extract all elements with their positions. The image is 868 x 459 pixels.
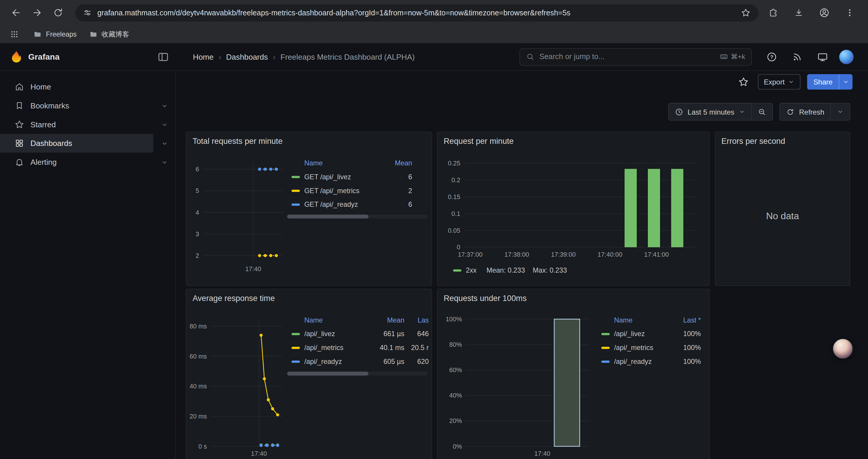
refresh-button[interactable]: Refresh	[780, 103, 831, 121]
expand-chevron-button[interactable]	[153, 134, 176, 153]
news-button[interactable]	[789, 49, 805, 64]
requests-under-100ms-chart[interactable]: 100%80%60%40%20%0%17:40	[440, 314, 593, 459]
legend-col-name[interactable]: Name	[304, 159, 379, 167]
zoom-out-button[interactable]	[752, 103, 773, 121]
bookmark-star-icon[interactable]	[741, 8, 751, 18]
legend-row[interactable]: /api/_metrics100%	[597, 340, 705, 355]
export-button[interactable]: Export	[758, 74, 801, 90]
panel-title[interactable]: Total requests per minute	[193, 137, 283, 145]
reload-button[interactable]	[49, 3, 68, 22]
breadcrumb-home[interactable]: Home	[193, 52, 214, 61]
legend-col-name[interactable]: Name	[304, 316, 370, 324]
legend-col-value[interactable]: Las	[404, 316, 429, 324]
breadcrumb-dashboards[interactable]: Dashboards	[226, 52, 268, 61]
legend-row[interactable]: /api/_readyz605 µs620	[287, 355, 430, 368]
address-bar[interactable]: grafana.mathmast.com/d/deytv4rwavabkb/fr…	[75, 4, 759, 21]
folder-icon	[33, 30, 42, 39]
legend-row[interactable]: /api/_livez100%	[597, 327, 705, 341]
legend-row[interactable]: /api/_metrics40.1 ms20.5 r	[287, 340, 430, 355]
apps-button[interactable]	[8, 28, 21, 41]
breadcrumb-separator: ›	[273, 52, 276, 61]
share-menu-button[interactable]	[839, 74, 852, 90]
refresh-icon	[786, 107, 795, 116]
total-requests-chart[interactable]: 6543217:40	[189, 157, 286, 276]
chevron-down-icon	[161, 158, 168, 165]
chevron-down-icon	[837, 108, 843, 115]
favorite-dashboard-button[interactable]	[736, 74, 751, 90]
sidebar-item-starred[interactable]: Starred	[0, 115, 176, 134]
legend-scrollbar[interactable]	[287, 215, 428, 219]
series-name[interactable]: /api/_metrics	[304, 344, 370, 352]
sidebar-item-bookmarks[interactable]: Bookmarks	[0, 96, 176, 115]
profile-button[interactable]	[815, 3, 834, 22]
svg-text:0.15: 0.15	[448, 193, 460, 201]
series-name[interactable]: /api/_livez	[614, 330, 669, 338]
brand-text[interactable]: Grafana	[28, 52, 59, 61]
sidebar-item-home[interactable]: Home	[0, 77, 176, 96]
series-name[interactable]: /api/_livez	[304, 330, 370, 338]
search-box[interactable]: ⌘+k	[519, 48, 752, 66]
panel-title[interactable]: Average response time	[193, 294, 275, 302]
series-name[interactable]: GET /api/_readyz	[304, 201, 379, 208]
panel-title[interactable]: Request per minute	[444, 137, 514, 145]
bookmark-item-freeleaps[interactable]: Freeleaps	[33, 30, 76, 39]
time-range-group: Last 5 minutes	[668, 103, 773, 121]
series-label[interactable]: 2xx	[466, 267, 476, 274]
extensions-button[interactable]	[764, 3, 783, 22]
scrollbar-thumb[interactable]	[287, 371, 369, 375]
browser-menu-button[interactable]	[840, 3, 859, 22]
grafana-logo[interactable]	[9, 50, 23, 64]
time-range-button[interactable]: Last 5 minutes	[668, 103, 752, 121]
legend-row[interactable]: GET /api/_livez6	[287, 170, 428, 184]
expand-chevron-button[interactable]	[153, 115, 176, 134]
legend-col-value[interactable]: Last *	[669, 316, 701, 324]
series-color-dash	[601, 360, 610, 362]
c5-plot: 100%80%60%40%20%0%17:40	[440, 314, 593, 459]
dock-menu-button[interactable]	[157, 51, 169, 63]
legend-col-name[interactable]: Name	[614, 316, 669, 324]
request-per-minute-legend[interactable]: 2xx Mean: 0.233 Max: 0.233	[453, 267, 567, 274]
panel-title[interactable]: Errors per second	[721, 137, 785, 145]
series-color-dash	[291, 176, 300, 178]
legend-scrollbar[interactable]	[287, 371, 428, 375]
floating-avatar[interactable]	[833, 338, 853, 359]
svg-text:4: 4	[195, 209, 199, 216]
c1-plot: 6543217:40	[189, 157, 286, 276]
series-name[interactable]: /api/_metrics	[614, 344, 669, 352]
url-text[interactable]: grafana.mathmast.com/d/deytv4rwavabkb/fr…	[97, 8, 735, 17]
panel-requests-under-100ms: Requests under 100ms 100%80%60%40%20%0%1…	[437, 289, 710, 459]
svg-text:40 ms: 40 ms	[190, 383, 207, 390]
series-name[interactable]: /api/_readyz	[614, 358, 669, 365]
series-name[interactable]: /api/_readyz	[304, 358, 370, 365]
share-button[interactable]: Share	[807, 74, 839, 90]
legend-col-value[interactable]: Mean	[379, 159, 412, 167]
series-color-dash	[291, 333, 300, 335]
breadcrumb-current: Freeleaps Metrics Dashboard (ALPHA)	[280, 52, 415, 61]
refresh-interval-button[interactable]	[831, 103, 850, 121]
series-name[interactable]: GET /api/_livez	[304, 173, 379, 181]
expand-chevron-button[interactable]	[153, 96, 176, 115]
forward-button[interactable]	[28, 3, 47, 22]
site-info-icon[interactable]	[83, 8, 92, 17]
series-name[interactable]: GET /api/_metrics	[304, 187, 379, 194]
panel-title[interactable]: Requests under 100ms	[444, 294, 527, 302]
legend-row[interactable]: GET /api/_metrics2	[287, 184, 428, 198]
search-input[interactable]	[539, 53, 715, 61]
average-response-time-chart[interactable]: 80 ms60 ms40 ms20 ms0 s17:40	[189, 314, 286, 459]
legend-col-value[interactable]: Mean	[370, 316, 404, 324]
user-avatar[interactable]	[839, 50, 854, 64]
back-button[interactable]	[6, 3, 25, 22]
scrollbar-thumb[interactable]	[287, 215, 369, 219]
tv-mode-button[interactable]	[815, 49, 830, 64]
downloads-button[interactable]	[789, 3, 808, 22]
legend-row[interactable]: GET /api/_readyz6	[287, 197, 428, 211]
request-per-minute-chart[interactable]: 0.250.20.150.10.05017:37:0017:38:0017:39…	[440, 157, 705, 262]
expand-chevron-button[interactable]	[153, 153, 176, 172]
help-button[interactable]: ?	[764, 49, 779, 64]
sidebar-item-alerting[interactable]: Alerting	[0, 153, 176, 172]
sidebar-item-dashboards[interactable]: Dashboards	[0, 134, 176, 153]
bookmark-item-blog[interactable]: 收藏博客	[89, 30, 129, 39]
legend-row[interactable]: /api/_readyz100%	[597, 355, 705, 368]
legend-row[interactable]: /api/_livez661 µs646	[287, 327, 430, 341]
apps-grid-icon	[10, 30, 19, 39]
